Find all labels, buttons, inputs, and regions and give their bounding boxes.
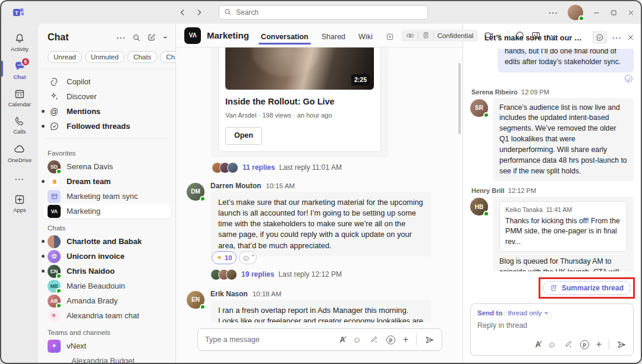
rail-item-onedrive[interactable]: OneDrive — [1, 138, 38, 167]
rail-item-apps[interactable]: Apps — [1, 189, 38, 217]
replies-link[interactable]: 19 replies — [241, 270, 274, 278]
send-icon[interactable] — [616, 340, 627, 350]
rail-item-calls[interactable]: Calls — [1, 111, 38, 138]
sidebar-item-marketing[interactable]: VΛ Marketing — [43, 204, 171, 219]
message-author[interactable]: Serena Ribeiro — [471, 88, 518, 96]
summarize-thread-button[interactable]: Summarize thread — [543, 281, 631, 295]
send-icon[interactable] — [424, 335, 435, 345]
thread-bubble-icon[interactable] — [515, 30, 525, 40]
reply-placeholder[interactable]: Reply in thread — [477, 321, 627, 330]
filter-unread[interactable]: Unread — [48, 51, 82, 63]
video-card[interactable]: 2:25 Inside the Rollout: Go Live Van Ars… — [218, 48, 381, 152]
send-to-selector[interactable]: Send to: thread only — [477, 309, 627, 316]
open-video-button[interactable]: Open — [225, 127, 262, 145]
search-input[interactable] — [219, 5, 428, 20]
message-author[interactable]: Darren Mouton — [210, 182, 261, 190]
section-chats[interactable]: Chats — [43, 219, 171, 234]
sensitivity-pill[interactable]: Confidential — [401, 30, 479, 42]
nav-back-icon[interactable] — [178, 8, 187, 17]
loop-icon[interactable]: p — [580, 340, 589, 349]
compose-placeholder[interactable]: Type a message — [205, 335, 340, 344]
message-author[interactable]: Erik Nason — [210, 290, 248, 298]
avatar[interactable]: HB — [470, 198, 488, 216]
avatar[interactable]: DM — [187, 183, 204, 201]
format-icon[interactable]: A — [536, 340, 541, 349]
message-compose-box[interactable]: Type a message A ☺ p + — [197, 328, 442, 351]
minimize-button[interactable] — [593, 9, 600, 17]
message-author[interactable]: Henry Brill — [471, 187, 505, 194]
emoji-icon[interactable]: ☺ — [547, 340, 556, 349]
sidebar-item-charlotte-and-babak[interactable]: Charlotte and Babak — [43, 234, 171, 249]
annotation-highlight-box: Summarize thread — [539, 277, 635, 299]
new-chat-chevron-icon[interactable] — [162, 34, 168, 40]
filter-channels[interactable]: Channels — [160, 51, 176, 63]
filter-unmuted[interactable]: Unmuted — [85, 51, 125, 63]
thread-close-icon[interactable] — [627, 33, 635, 42]
sidebar-item-dream-team[interactable]: Dream team — [43, 174, 171, 189]
sidebar-item-discover[interactable]: Discover — [43, 89, 171, 104]
video-thumbnail[interactable]: 2:25 — [225, 48, 374, 90]
nav-forward-icon[interactable] — [195, 8, 203, 17]
sidebar-item-unicorn-invoice[interactable]: ✿ Unicorn invoice — [43, 249, 171, 264]
group-avatar — [48, 235, 61, 248]
loop-icon[interactable]: p — [386, 335, 395, 344]
tab-conversation[interactable]: Conversation — [260, 26, 310, 48]
thread-more-icon[interactable]: ··· — [612, 33, 622, 42]
replies-link[interactable]: 11 replies — [243, 163, 275, 172]
rail-item-activity[interactable]: Activity — [1, 29, 38, 56]
followed-thread-button[interactable] — [592, 31, 608, 44]
sidebar-item-marketing-team-sync[interactable]: Marketing team sync — [43, 189, 171, 204]
reaction-sparkle[interactable]: ✦10 — [212, 251, 237, 264]
sidebar-item-mentions[interactable]: @ Mentions — [43, 104, 171, 119]
scrollbar[interactable] — [458, 63, 461, 134]
sidebar-item-marie-beaudouin[interactable]: MB Marie Beaudouin — [43, 278, 171, 293]
section-teams-and-channels[interactable]: Teams and channels — [43, 323, 171, 338]
rail-item-calendar[interactable]: Calendar — [1, 84, 38, 111]
tab-wiki[interactable]: Wiki — [357, 26, 374, 48]
format-icon[interactable]: A — [340, 335, 345, 344]
filter-chats[interactable]: Chats — [127, 51, 157, 63]
sidebar-item-vnext[interactable]: ✦ vNext — [43, 338, 171, 353]
copilot-pen-icon[interactable] — [369, 335, 379, 344]
sidebar-item-followed-threads[interactable]: Followed threads — [43, 119, 171, 134]
sidebar-item-alexandria-team-chat[interactable]: ✈ Alexandria team chat — [43, 308, 171, 323]
attach-plus-icon[interactable]: + — [596, 340, 602, 349]
emoji-icon[interactable]: ☺ — [353, 335, 361, 344]
quoted-message[interactable]: Keiko Tanaka 11:41 AM Thanks for kicking… — [499, 201, 627, 251]
user-avatar[interactable] — [568, 5, 583, 20]
meet-camera-icon[interactable] — [484, 30, 502, 40]
channel-more-icon[interactable]: ··· — [547, 31, 556, 40]
chat-unread-badge: 5 — [21, 57, 30, 67]
chat-list-more-icon[interactable]: ··· — [117, 33, 126, 42]
new-chat-icon[interactable] — [147, 33, 156, 42]
thread-message-list[interactable]: hands, but I’ll do one final round of ed… — [463, 49, 641, 271]
add-tab-icon[interactable] — [385, 26, 395, 48]
tab-shared[interactable]: Shared — [320, 26, 347, 48]
close-button[interactable] — [627, 9, 635, 17]
maximize-button[interactable] — [610, 9, 618, 17]
section-favorites[interactable]: Favorites — [43, 144, 171, 159]
sidebar-item-alexandria-budget[interactable]: Alexandria Budget — [43, 353, 171, 363]
presence-available-icon — [56, 169, 62, 175]
avatar[interactable]: EN — [187, 291, 204, 309]
avatar[interactable]: SR — [470, 99, 488, 117]
open-pane-icon[interactable] — [531, 30, 541, 40]
add-reaction-button[interactable]: ☺+ — [239, 251, 257, 264]
rail-item-more[interactable]: ··· — [1, 170, 38, 187]
presence-available-icon — [200, 196, 206, 202]
message-text: I ran a fresh overlap report in Ads Mana… — [210, 300, 432, 322]
attach-plus-icon[interactable]: + — [403, 335, 408, 344]
sidebar-item-chris-naidoo[interactable]: CN Chris Naidoo — [43, 264, 171, 278]
message-list[interactable]: 2:25 Inside the Rollout: Go Live Van Ars… — [176, 48, 462, 322]
chat-search-icon[interactable] — [132, 33, 141, 42]
sidebar-item-amanda-brady[interactable]: AB Amanda Brady — [43, 293, 171, 308]
sidebar-item-serena-davis[interactable]: SD Serena Davis — [43, 159, 171, 174]
video-title[interactable]: Inside the Rollout: Go Live — [225, 96, 374, 108]
thread-compose-box[interactable]: Send to: thread only Reply in thread A ☺… — [470, 303, 634, 356]
titlebar-more-icon[interactable]: ··· — [549, 8, 558, 17]
global-search[interactable] — [219, 5, 428, 20]
more-apps-icon: ··· — [15, 175, 24, 183]
sidebar-item-copilot[interactable]: Copilot — [43, 74, 171, 89]
rail-item-chat[interactable]: 5 Chat — [1, 56, 38, 84]
copilot-pen-icon[interactable] — [564, 340, 573, 349]
